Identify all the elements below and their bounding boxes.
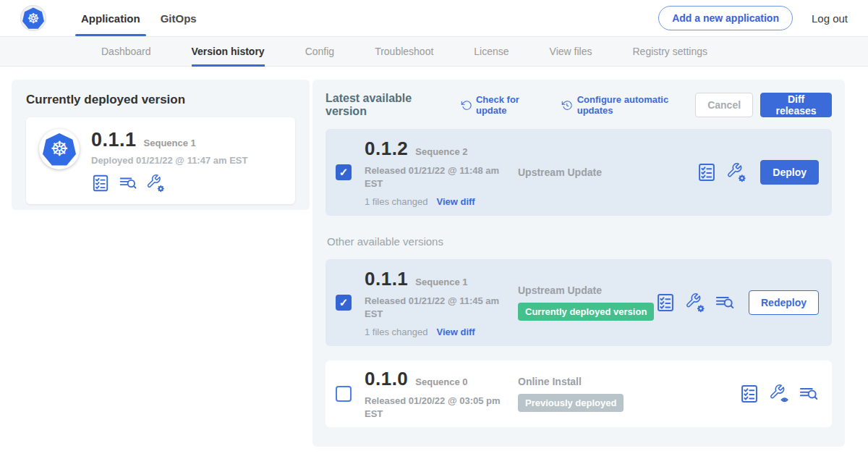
release-notes-icon[interactable] bbox=[739, 384, 760, 404]
configure-updates-link[interactable]: Configure automatic updates bbox=[561, 94, 695, 116]
redeploy-button[interactable]: Redeploy bbox=[749, 290, 819, 315]
subnav-registry-settings-label: Registry settings bbox=[632, 46, 707, 57]
sequence-label: Sequence 0 bbox=[415, 376, 467, 387]
subnav-config-label: Config bbox=[305, 46, 334, 57]
version-info: 0.1.1 Sequence 1 Released 01/21/22 @ 11:… bbox=[365, 268, 515, 337]
app-icon: ☸ bbox=[39, 129, 80, 169]
subnav-item-dashboard[interactable]: Dashboard bbox=[101, 37, 151, 66]
release-notes-icon[interactable] bbox=[91, 174, 110, 193]
tab-application-label: Application bbox=[81, 12, 140, 25]
view-config-icon[interactable] bbox=[769, 384, 789, 404]
subnav-item-config[interactable]: Config bbox=[305, 37, 334, 66]
source-label: Upstream Update bbox=[518, 285, 655, 296]
sequence-label: Sequence 2 bbox=[415, 146, 467, 157]
files-changed-label: 1 files changed bbox=[365, 327, 427, 337]
version-info: 0.1.2 Sequence 2 Released 01/21/22 @ 11:… bbox=[365, 138, 515, 207]
sequence-label: Sequence 1 bbox=[415, 277, 467, 287]
add-application-button[interactable]: Add a new application bbox=[658, 6, 793, 30]
subnav-item-license[interactable]: License bbox=[474, 37, 509, 66]
available-versions-header: Latest available version Check for updat… bbox=[326, 93, 832, 117]
deployed-timestamp: Deployed 01/21/22 @ 11:47 am EST bbox=[91, 155, 247, 166]
view-diff-link[interactable]: View diff bbox=[436, 196, 475, 207]
cancel-button[interactable]: Cancel bbox=[695, 93, 753, 117]
deployed-version-number: 0.1.1 bbox=[91, 129, 137, 151]
topnav-right: Add a new application Log out bbox=[658, 6, 868, 30]
version-number: 0.1.1 bbox=[365, 268, 408, 290]
top-tabs: Application GitOps bbox=[71, 0, 207, 36]
version-source: Upstream Update Currently deployed versi… bbox=[515, 285, 655, 321]
latest-available-title: Latest available version bbox=[326, 92, 445, 118]
subnav-item-version-history[interactable]: Version history bbox=[192, 37, 265, 66]
version-row-0-1-1: 0.1.1 Sequence 1 Released 01/21/22 @ 11:… bbox=[326, 259, 832, 346]
subnav-dashboard-label: Dashboard bbox=[101, 46, 151, 57]
edit-config-icon[interactable] bbox=[726, 162, 746, 182]
edit-config-icon[interactable] bbox=[685, 292, 705, 313]
check-for-update-label: Check for update bbox=[476, 94, 545, 116]
kubernetes-heptagon: ☸ bbox=[22, 7, 44, 29]
kubernetes-logo: ☸ bbox=[20, 5, 46, 31]
currently-deployed-panel: Currently deployed version ☸ 0.1.1 Seque… bbox=[12, 80, 310, 210]
deployed-sequence-label: Sequence 1 bbox=[144, 138, 196, 148]
previously-deployed-badge: Previously deployed bbox=[518, 394, 624, 412]
subnav-license-label: License bbox=[474, 46, 509, 57]
currently-deployed-title: Currently deployed version bbox=[12, 80, 310, 117]
currently-deployed-card: ☸ 0.1.1 Sequence 1 Deployed 01/21/22 @ 1… bbox=[26, 117, 295, 204]
view-logs-icon[interactable] bbox=[799, 384, 819, 404]
helm-wheel-icon: ☸ bbox=[50, 139, 68, 159]
tab-gitops[interactable]: GitOps bbox=[150, 0, 207, 36]
deployed-actions bbox=[91, 174, 247, 193]
diff-checkbox[interactable] bbox=[336, 295, 352, 311]
top-navbar: ☸ Application GitOps Add a new applicati… bbox=[0, 0, 868, 36]
released-timestamp: Released 01/20/22 @ 03:05 pm EST bbox=[365, 395, 508, 420]
app-subnav: Dashboard Version history Config Trouble… bbox=[0, 36, 868, 67]
subnav-troubleshoot-label: Troubleshoot bbox=[375, 46, 433, 57]
subnav-item-registry-settings[interactable]: Registry settings bbox=[632, 37, 707, 66]
helm-wheel-icon: ☸ bbox=[27, 12, 39, 25]
released-timestamp: Released 01/21/22 @ 11:48 am EST bbox=[365, 164, 508, 190]
clock-refresh-icon bbox=[561, 99, 572, 111]
version-actions bbox=[739, 384, 819, 404]
available-versions-panel: Latest available version Check for updat… bbox=[312, 80, 845, 447]
version-number: 0.1.2 bbox=[365, 138, 408, 160]
tab-gitops-label: GitOps bbox=[161, 12, 197, 25]
currently-deployed-badge: Currently deployed version bbox=[518, 303, 654, 321]
refresh-icon bbox=[461, 99, 472, 111]
kubernetes-heptagon: ☸ bbox=[43, 132, 76, 166]
version-info: 0.1.0 Sequence 0 Released 01/20/22 @ 03:… bbox=[365, 368, 515, 420]
view-diff-link[interactable]: View diff bbox=[436, 327, 475, 337]
diff-controls: Cancel Diff releases bbox=[695, 93, 832, 117]
version-actions: Redeploy bbox=[655, 290, 819, 315]
configure-updates-label: Configure automatic updates bbox=[577, 94, 695, 116]
edit-config-icon[interactable] bbox=[146, 174, 165, 193]
subnav-view-files-label: View files bbox=[550, 46, 592, 57]
version-row-0-1-0: 0.1.0 Sequence 0 Released 01/20/22 @ 03:… bbox=[326, 361, 832, 427]
check-for-update-link[interactable]: Check for update bbox=[461, 94, 546, 116]
version-number: 0.1.0 bbox=[365, 368, 408, 390]
source-label: Online Install bbox=[518, 376, 739, 387]
other-versions-label: Other available versions bbox=[327, 235, 832, 248]
tab-application[interactable]: Application bbox=[71, 0, 150, 36]
deploy-button[interactable]: Deploy bbox=[760, 160, 819, 185]
source-label: Upstream Update bbox=[518, 167, 697, 178]
view-logs-icon[interactable] bbox=[119, 174, 137, 193]
main-content: Currently deployed version ☸ 0.1.1 Seque… bbox=[0, 67, 868, 459]
version-source: Upstream Update bbox=[515, 167, 697, 178]
release-notes-icon[interactable] bbox=[697, 162, 717, 182]
subnav-version-history-label: Version history bbox=[192, 46, 265, 57]
version-row-0-1-2: 0.1.2 Sequence 2 Released 01/21/22 @ 11:… bbox=[326, 129, 832, 216]
logout-link[interactable]: Log out bbox=[812, 12, 848, 25]
files-changed-label: 1 files changed bbox=[365, 196, 427, 207]
view-logs-icon[interactable] bbox=[715, 292, 735, 313]
release-notes-icon[interactable] bbox=[655, 292, 676, 313]
subnav-item-view-files[interactable]: View files bbox=[550, 37, 592, 66]
subnav-item-troubleshoot[interactable]: Troubleshoot bbox=[375, 37, 433, 66]
deployed-version-info: 0.1.1 Sequence 1 Deployed 01/21/22 @ 11:… bbox=[91, 129, 247, 193]
diff-releases-button[interactable]: Diff releases bbox=[760, 93, 832, 117]
released-timestamp: Released 01/21/22 @ 11:45 am EST bbox=[365, 295, 508, 320]
version-actions: Deploy bbox=[697, 160, 819, 185]
diff-checkbox[interactable] bbox=[336, 386, 352, 402]
diff-checkbox[interactable] bbox=[336, 164, 352, 180]
version-source: Online Install Previously deployed bbox=[515, 376, 739, 412]
